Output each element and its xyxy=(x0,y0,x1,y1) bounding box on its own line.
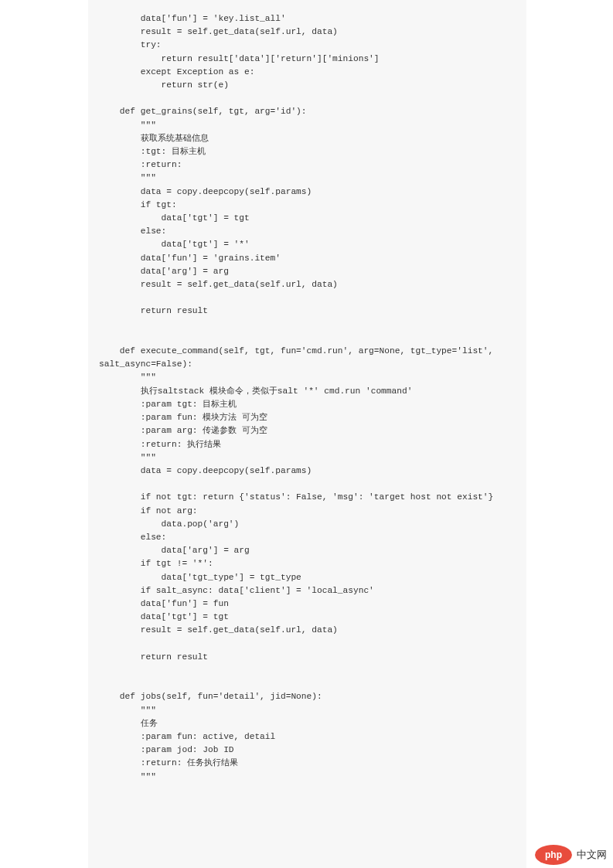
page-container: data['fun'] = 'key.list_all' result = se… xyxy=(0,0,613,868)
php-logo-text: php xyxy=(545,849,562,860)
logo-label: 中文网 xyxy=(577,848,607,862)
code-content: data['fun'] = 'key.list_all' result = se… xyxy=(99,12,516,784)
site-logo-area: php 中文网 xyxy=(529,842,613,868)
php-logo-icon: php xyxy=(535,845,572,865)
code-block: data['fun'] = 'key.list_all' result = se… xyxy=(88,0,526,868)
